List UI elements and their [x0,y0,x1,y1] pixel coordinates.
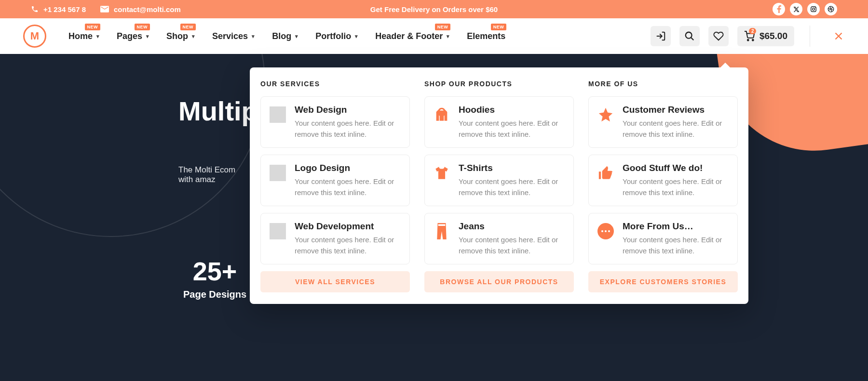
nav-item-header-footer[interactable]: Header & Footer▾NEW [375,31,449,41]
phone-number: +1 234 567 8 [43,5,86,13]
mega-column: MORE OF USCustomer ReviewsYour content g… [588,80,738,292]
facebook-icon[interactable] [773,3,785,15]
login-button[interactable] [651,26,671,46]
svg-rect-0 [811,7,816,12]
nav-item-elements[interactable]: ElementsNEW [467,31,505,41]
nav-label: Header & Footer [375,31,443,41]
svg-point-1 [813,8,815,11]
main-header: M Home▾NEWPages▾NEWShop▾NEWServices▾Blog… [0,18,868,54]
nav-item-blog[interactable]: Blog▾ [272,31,298,41]
main-nav: Home▾NEWPages▾NEWShop▾NEWServices▾Blog▾P… [68,31,505,41]
star-icon [597,106,614,123]
mega-menu: OUR SERVICESWeb DesignYour content goes … [250,67,748,304]
mega-column-heading: OUR SERVICES [260,80,410,88]
mega-column-heading: SHOP OUR PRODUCTS [424,80,574,88]
chevron-down-icon: ▾ [96,33,99,39]
mega-card-title: Web Design [295,105,401,115]
more-icon [597,223,614,239]
mega-card[interactable]: Web DevelopmentYour content goes here. E… [260,213,410,264]
placeholder-icon [270,223,286,239]
mega-card[interactable]: T-ShirtsYour content goes here. Edit or … [424,155,574,206]
mega-card[interactable]: JeansYour content goes here. Edit or rem… [424,213,574,264]
mega-card-title: Good Stuff We do! [623,163,729,173]
new-badge: NEW [135,24,150,30]
tshirt-icon [434,165,450,181]
wishlist-button[interactable] [708,26,729,46]
new-badge: NEW [180,24,196,30]
placeholder-icon [270,106,286,123]
heart-icon [713,31,724,41]
mega-card[interactable]: More From Us…Your content goes here. Edi… [588,213,738,264]
hero-title: Multip [178,95,258,127]
placeholder-icon [270,165,286,181]
mega-card-title: Hoodies [459,105,565,115]
login-icon [655,31,666,41]
svg-point-10 [608,230,610,232]
instagram-icon[interactable] [807,3,820,15]
mega-card-desc: Your content goes here. Edit or remove t… [459,118,565,140]
dribbble-icon[interactable] [825,3,837,15]
mega-card-desc: Your content goes here. Edit or remove t… [623,235,729,256]
logo[interactable]: M [23,25,46,48]
nav-label: Blog [272,31,291,41]
top-bar: +1 234 567 8 contact@molti.com Get Free … [0,0,868,18]
mega-column: SHOP OUR PRODUCTSHoodiesYour content goe… [424,80,574,292]
nav-item-portfolio[interactable]: Portfolio▾ [315,31,358,41]
mega-card-title: Jeans [459,221,565,232]
chevron-down-icon: ▾ [447,33,449,39]
mega-card[interactable]: Good Stuff We do!Your content goes here.… [588,155,738,206]
nav-label: Home [68,31,93,41]
mega-card[interactable]: Logo DesignYour content goes here. Edit … [260,155,410,206]
mega-card-title: T-Shirts [459,163,565,173]
svg-point-5 [747,39,749,41]
cart-button[interactable]: 2 $65.00 [737,26,794,46]
mega-card-title: Customer Reviews [623,105,729,115]
close-button[interactable] [832,30,845,42]
mega-card-desc: Your content goes here. Edit or remove t… [623,118,729,140]
svg-point-8 [601,230,603,232]
chevron-down-icon: ▾ [295,33,298,39]
mega-card-title: Web Development [295,221,401,232]
cart-total: $65.00 [760,31,787,41]
mega-cta-button[interactable]: BROWSE ALL OUR PRODUCTS [424,271,574,292]
nav-item-shop[interactable]: Shop▾NEW [166,31,195,41]
mail-icon [100,6,109,13]
mega-card[interactable]: Customer ReviewsYour content goes here. … [588,96,738,148]
nav-label: Pages [117,31,142,41]
search-button[interactable] [679,26,700,46]
mega-card[interactable]: HoodiesYour content goes here. Edit or r… [424,96,574,148]
svg-point-6 [752,39,754,41]
chevron-down-icon: ▾ [146,33,149,39]
new-badge: NEW [491,24,507,30]
search-icon [684,31,695,41]
mega-column: OUR SERVICESWeb DesignYour content goes … [260,80,410,292]
email-contact[interactable]: contact@molti.com [100,5,181,13]
mega-card-title: Logo Design [295,163,401,173]
mega-card-desc: Your content goes here. Edit or remove t… [623,176,729,198]
stat-label: Page Designs [183,289,246,300]
email-address: contact@molti.com [114,5,181,13]
nav-item-home[interactable]: Home▾NEW [68,31,99,41]
jeans-icon [434,223,450,239]
svg-point-9 [605,230,607,232]
mega-card-desc: Your content goes here. Edit or remove t… [459,235,565,256]
nav-label: Shop [166,31,188,41]
nav-item-services[interactable]: Services▾ [212,31,255,41]
svg-point-4 [686,32,692,39]
mega-cta-button[interactable]: EXPLORE CUSTOMERS STORIES [588,271,738,292]
mega-cta-button[interactable]: VIEW ALL SERVICES [260,271,410,292]
x-icon[interactable] [790,3,802,15]
phone-contact[interactable]: +1 234 567 8 [31,5,86,13]
thumb-icon [597,165,614,181]
mega-card[interactable]: Web DesignYour content goes here. Edit o… [260,96,410,148]
nav-item-pages[interactable]: Pages▾NEW [117,31,149,41]
mega-column-heading: MORE OF US [588,80,738,88]
stat-number: 25+ [183,256,246,286]
chevron-down-icon: ▾ [192,33,195,39]
mega-card-title: More From Us… [623,221,729,232]
mega-card-desc: Your content goes here. Edit or remove t… [295,176,401,198]
chevron-down-icon: ▾ [252,33,255,39]
separator [810,26,810,47]
phone-icon [31,5,39,13]
mega-card-desc: Your content goes here. Edit or remove t… [459,176,565,198]
